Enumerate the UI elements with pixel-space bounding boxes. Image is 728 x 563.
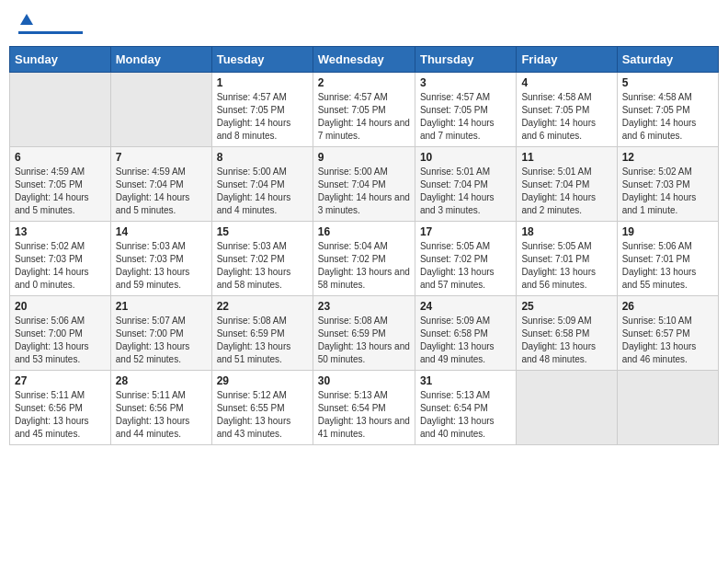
calendar-cell: 19Sunrise: 5:06 AMSunset: 7:01 PMDayligh… <box>617 222 718 296</box>
day-number: 17 <box>420 225 511 238</box>
calendar-cell: 6Sunrise: 4:59 AMSunset: 7:05 PMDaylight… <box>10 147 111 222</box>
calendar-cell: 24Sunrise: 5:09 AMSunset: 6:58 PMDayligh… <box>415 296 516 371</box>
day-info: Sunrise: 5:08 AMSunset: 6:59 PMDaylight:… <box>318 315 410 366</box>
day-number: 29 <box>217 374 308 387</box>
day-info: Sunrise: 5:12 AMSunset: 6:55 PMDaylight:… <box>217 389 308 441</box>
calendar-cell: 5Sunrise: 4:58 AMSunset: 7:05 PMDaylight… <box>617 73 718 147</box>
day-info: Sunrise: 5:10 AMSunset: 6:57 PMDaylight:… <box>622 315 713 366</box>
calendar-cell: 9Sunrise: 5:00 AMSunset: 7:04 PMDaylight… <box>313 147 415 222</box>
calendar-cell: 28Sunrise: 5:11 AMSunset: 6:56 PMDayligh… <box>110 371 211 445</box>
calendar-cell: 20Sunrise: 5:06 AMSunset: 7:00 PMDayligh… <box>10 296 111 371</box>
calendar-cell: 31Sunrise: 5:13 AMSunset: 6:54 PMDayligh… <box>415 371 516 445</box>
calendar-cell: 7Sunrise: 4:59 AMSunset: 7:04 PMDaylight… <box>110 147 211 222</box>
day-number: 19 <box>622 225 713 238</box>
calendar-week-row: 20Sunrise: 5:06 AMSunset: 7:00 PMDayligh… <box>10 296 719 371</box>
calendar-cell: 27Sunrise: 5:11 AMSunset: 6:56 PMDayligh… <box>10 371 111 445</box>
calendar-cell: 25Sunrise: 5:09 AMSunset: 6:58 PMDayligh… <box>517 296 617 371</box>
day-info: Sunrise: 5:01 AMSunset: 7:04 PMDaylight:… <box>420 166 511 217</box>
day-info: Sunrise: 5:02 AMSunset: 7:03 PMDaylight:… <box>15 240 106 292</box>
calendar-cell: 26Sunrise: 5:10 AMSunset: 6:57 PMDayligh… <box>617 296 718 371</box>
calendar-cell <box>110 73 211 147</box>
calendar-cell: 16Sunrise: 5:04 AMSunset: 7:02 PMDayligh… <box>313 222 415 296</box>
calendar-cell: 4Sunrise: 4:58 AMSunset: 7:05 PMDaylight… <box>517 73 617 147</box>
day-header-wednesday: Wednesday <box>313 47 415 73</box>
day-number: 25 <box>521 300 611 313</box>
day-info: Sunrise: 5:00 AMSunset: 7:04 PMDaylight:… <box>318 166 410 217</box>
day-header-sunday: Sunday <box>10 47 111 73</box>
day-info: Sunrise: 5:08 AMSunset: 6:59 PMDaylight:… <box>217 315 308 366</box>
day-number: 31 <box>420 374 511 387</box>
day-number: 8 <box>217 151 308 164</box>
calendar-cell: 3Sunrise: 4:57 AMSunset: 7:05 PMDaylight… <box>415 73 516 147</box>
header <box>9 9 719 39</box>
day-number: 7 <box>116 151 207 164</box>
day-info: Sunrise: 5:06 AMSunset: 7:00 PMDaylight:… <box>15 315 106 366</box>
day-number: 2 <box>318 76 410 89</box>
logo <box>18 14 83 34</box>
day-info: Sunrise: 5:02 AMSunset: 7:03 PMDaylight:… <box>622 166 713 217</box>
calendar-cell: 8Sunrise: 5:00 AMSunset: 7:04 PMDaylight… <box>211 147 313 222</box>
calendar-cell <box>617 371 718 445</box>
day-number: 20 <box>15 300 106 313</box>
day-number: 28 <box>116 374 207 387</box>
day-info: Sunrise: 4:59 AMSunset: 7:04 PMDaylight:… <box>116 166 207 217</box>
day-number: 23 <box>318 300 410 313</box>
day-header-thursday: Thursday <box>415 47 516 73</box>
calendar-cell: 30Sunrise: 5:13 AMSunset: 6:54 PMDayligh… <box>313 371 415 445</box>
calendar: SundayMondayTuesdayWednesdayThursdayFrid… <box>9 46 719 445</box>
day-number: 24 <box>420 300 511 313</box>
day-number: 1 <box>217 76 308 89</box>
day-info: Sunrise: 5:05 AMSunset: 7:02 PMDaylight:… <box>420 240 511 292</box>
day-info: Sunrise: 5:04 AMSunset: 7:02 PMDaylight:… <box>318 240 410 292</box>
day-header-tuesday: Tuesday <box>211 47 313 73</box>
day-info: Sunrise: 5:07 AMSunset: 7:00 PMDaylight:… <box>116 315 207 366</box>
calendar-cell: 1Sunrise: 4:57 AMSunset: 7:05 PMDaylight… <box>211 73 313 147</box>
day-info: Sunrise: 5:11 AMSunset: 6:56 PMDaylight:… <box>15 389 106 441</box>
day-number: 18 <box>521 225 611 238</box>
day-info: Sunrise: 4:57 AMSunset: 7:05 PMDaylight:… <box>217 91 308 143</box>
day-info: Sunrise: 5:11 AMSunset: 6:56 PMDaylight:… <box>116 389 207 441</box>
calendar-week-row: 27Sunrise: 5:11 AMSunset: 6:56 PMDayligh… <box>10 371 719 445</box>
calendar-week-row: 1Sunrise: 4:57 AMSunset: 7:05 PMDaylight… <box>10 73 719 147</box>
day-number: 26 <box>622 300 713 313</box>
day-info: Sunrise: 4:58 AMSunset: 7:05 PMDaylight:… <box>622 91 713 143</box>
day-number: 22 <box>217 300 308 313</box>
calendar-cell: 11Sunrise: 5:01 AMSunset: 7:04 PMDayligh… <box>517 147 617 222</box>
calendar-cell: 2Sunrise: 4:57 AMSunset: 7:05 PMDaylight… <box>313 73 415 147</box>
calendar-cell: 22Sunrise: 5:08 AMSunset: 6:59 PMDayligh… <box>211 296 313 371</box>
calendar-cell: 21Sunrise: 5:07 AMSunset: 7:00 PMDayligh… <box>110 296 211 371</box>
day-info: Sunrise: 5:05 AMSunset: 7:01 PMDaylight:… <box>521 240 611 292</box>
day-header-monday: Monday <box>110 47 211 73</box>
day-number: 5 <box>622 76 713 89</box>
calendar-cell: 15Sunrise: 5:03 AMSunset: 7:02 PMDayligh… <box>211 222 313 296</box>
day-number: 4 <box>521 76 611 89</box>
calendar-header-row: SundayMondayTuesdayWednesdayThursdayFrid… <box>10 47 719 73</box>
calendar-cell: 18Sunrise: 5:05 AMSunset: 7:01 PMDayligh… <box>517 222 617 296</box>
day-info: Sunrise: 4:59 AMSunset: 7:05 PMDaylight:… <box>15 166 106 217</box>
day-info: Sunrise: 5:13 AMSunset: 6:54 PMDaylight:… <box>318 389 410 441</box>
day-info: Sunrise: 5:00 AMSunset: 7:04 PMDaylight:… <box>217 166 308 217</box>
day-number: 11 <box>521 151 611 164</box>
calendar-cell <box>517 371 617 445</box>
calendar-cell: 12Sunrise: 5:02 AMSunset: 7:03 PMDayligh… <box>617 147 718 222</box>
calendar-cell: 10Sunrise: 5:01 AMSunset: 7:04 PMDayligh… <box>415 147 516 222</box>
day-info: Sunrise: 5:06 AMSunset: 7:01 PMDaylight:… <box>622 240 713 292</box>
day-number: 13 <box>15 225 106 238</box>
day-number: 9 <box>318 151 410 164</box>
calendar-cell: 23Sunrise: 5:08 AMSunset: 6:59 PMDayligh… <box>313 296 415 371</box>
calendar-week-row: 13Sunrise: 5:02 AMSunset: 7:03 PMDayligh… <box>10 222 719 296</box>
calendar-cell: 13Sunrise: 5:02 AMSunset: 7:03 PMDayligh… <box>10 222 111 296</box>
day-header-friday: Friday <box>517 47 617 73</box>
day-number: 6 <box>15 151 106 164</box>
day-number: 3 <box>420 76 511 89</box>
day-number: 14 <box>116 225 207 238</box>
day-info: Sunrise: 4:58 AMSunset: 7:05 PMDaylight:… <box>521 91 611 143</box>
day-number: 10 <box>420 151 511 164</box>
day-info: Sunrise: 4:57 AMSunset: 7:05 PMDaylight:… <box>318 91 410 143</box>
day-info: Sunrise: 5:09 AMSunset: 6:58 PMDaylight:… <box>521 315 611 366</box>
day-info: Sunrise: 5:03 AMSunset: 7:02 PMDaylight:… <box>217 240 308 292</box>
calendar-cell <box>10 73 111 147</box>
day-number: 21 <box>116 300 207 313</box>
day-number: 30 <box>318 374 410 387</box>
day-info: Sunrise: 4:57 AMSunset: 7:05 PMDaylight:… <box>420 91 511 143</box>
